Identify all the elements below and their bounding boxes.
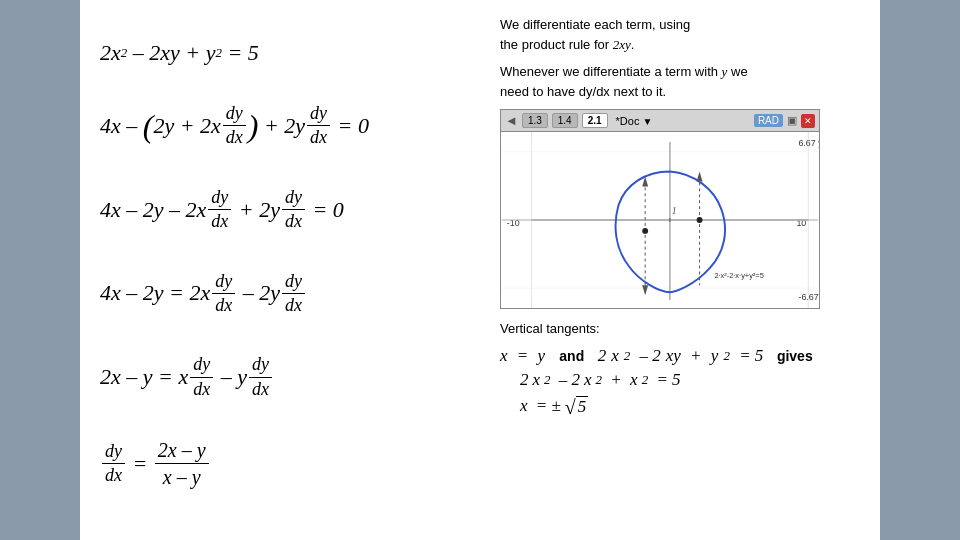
svg-point-19 xyxy=(642,228,648,234)
calc-doc-label: *Doc ▼ xyxy=(616,115,653,127)
equation-4: 4x – 2y = 2x dy dx – 2y dy dx xyxy=(100,270,500,318)
vertical-tangents-label: Vertical tangents: xyxy=(500,321,860,336)
svg-text:1: 1 xyxy=(672,205,677,216)
bottom-eq2: 2x2 – 2x2 + x2 = 5 xyxy=(520,370,860,390)
main-content: 2x2 – 2xy + y2 = 5 4x – ( 2y + 2x dy dx … xyxy=(80,0,880,540)
sidebar-right xyxy=(880,0,960,540)
calc-titlebar: ◄ 1.3 1.4 2.1 *Doc ▼ RAD ▣ ✕ xyxy=(501,110,819,132)
calc-graph-svg: 6.67 y -6.67 -10 10 xyxy=(501,132,819,308)
text2-line2: need to have dy/dx next to it. xyxy=(500,84,666,99)
svg-text:-10: -10 xyxy=(507,218,520,228)
equation-6: dy dx = 2x – y x – y xyxy=(100,437,500,490)
text1-line1: We differentiate each term, using xyxy=(500,17,690,32)
svg-text:2·x²-2·x·y+y²=5: 2·x²-2·x·y+y²=5 xyxy=(714,271,763,280)
svg-text:6.67 y: 6.67 y xyxy=(798,138,819,148)
right-panel: We differentiate each term, using the pr… xyxy=(500,10,860,530)
bottom-eq1: x = y and 2x2 – 2xy + y2 = 5 gives xyxy=(500,346,860,366)
equation-2: 4x – ( 2y + 2x dy dx ) + 2y dy dx = 0 xyxy=(100,102,500,150)
explanation-text-1: We differentiate each term, using the pr… xyxy=(500,15,860,54)
text2-line1: Whenever we differentiate a term with y … xyxy=(500,64,748,79)
svg-point-20 xyxy=(697,217,703,223)
bottom-eq3: x = ± √5 xyxy=(520,394,860,417)
equation-5: 2x – y = x dy dx – y dy dx xyxy=(100,353,500,401)
bottom-math: x = y and 2x2 – 2xy + y2 = 5 gives 2x2 –… xyxy=(500,346,860,417)
calc-rad-label: RAD xyxy=(754,114,783,127)
equation-3: 4x – 2y – 2x dy dx + 2y dy dx = 0 xyxy=(100,186,500,234)
svg-text:-6.67: -6.67 xyxy=(798,292,818,302)
left-panel: 2x2 – 2xy + y2 = 5 4x – ( 2y + 2x dy dx … xyxy=(100,10,500,530)
equation-1: 2x2 – 2xy + y2 = 5 xyxy=(100,40,500,66)
calc-close-button[interactable]: ✕ xyxy=(801,114,815,128)
calc-plot-area: 6.67 y -6.67 -10 10 xyxy=(501,132,819,308)
calculator-display: ◄ 1.3 1.4 2.1 *Doc ▼ RAD ▣ ✕ 6.67 y -6 xyxy=(500,109,820,309)
calc-resize-icon: ▣ xyxy=(787,114,797,127)
calc-tab-21[interactable]: 2.1 xyxy=(582,113,608,128)
sidebar-left xyxy=(0,0,80,540)
text1-line2: the product rule for 2xy. xyxy=(500,37,634,52)
calc-tab-13[interactable]: 1.3 xyxy=(522,113,548,128)
calc-tab-14[interactable]: 1.4 xyxy=(552,113,578,128)
explanation-text-2: Whenever we differentiate a term with y … xyxy=(500,62,860,101)
